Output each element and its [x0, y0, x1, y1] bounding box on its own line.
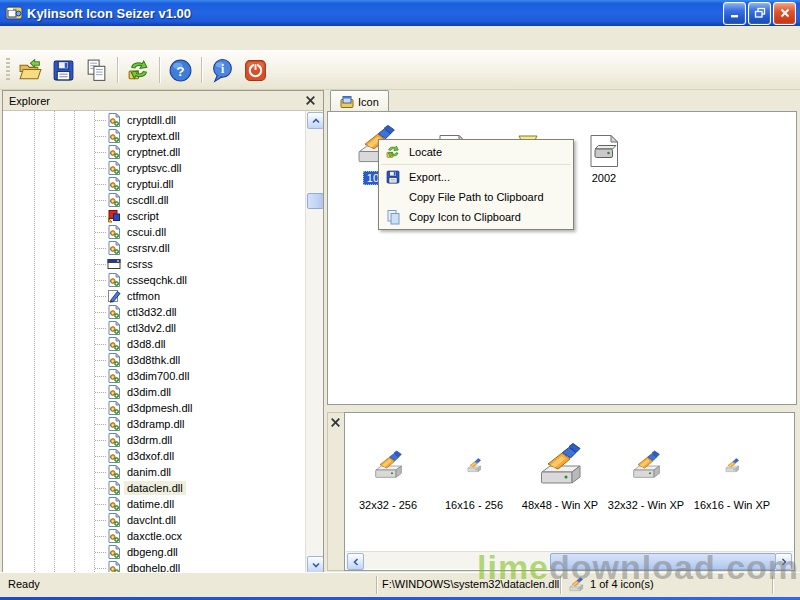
- icon-size-image-box: [630, 437, 662, 495]
- info-button[interactable]: i: [201, 57, 235, 83]
- scrollbar-thumb[interactable]: [550, 553, 776, 570]
- icon-size-image-box: [466, 437, 482, 495]
- size-48x48-winxp[interactable]: 48x48 - Win XP: [517, 437, 603, 511]
- context-item-copy-path[interactable]: Copy File Path to Clipboard: [381, 187, 571, 207]
- tree-item[interactable]: cryptnet.dll: [3, 144, 306, 160]
- tree-item[interactable]: d3drm.dll: [3, 432, 306, 448]
- locate-button[interactable]: [117, 57, 151, 83]
- dll-icon: [107, 545, 121, 559]
- tree-item[interactable]: csrss: [3, 256, 306, 272]
- icon-size-label: 16x16 - Win XP: [694, 499, 770, 511]
- tree-item[interactable]: cryptext.dll: [3, 128, 306, 144]
- tree-item[interactable]: d3dpmesh.dll: [3, 400, 306, 416]
- dll-icon: [107, 529, 121, 543]
- status-separator: [376, 576, 377, 594]
- tree-scrollbar[interactable]: [305, 111, 323, 574]
- tree-item[interactable]: cryptui.dll: [3, 176, 306, 192]
- tree-item[interactable]: daxctle.ocx: [3, 528, 306, 544]
- tree-item[interactable]: cscdll.dll: [3, 192, 306, 208]
- tree-item[interactable]: d3dramp.dll: [3, 416, 306, 432]
- icon-item-2002[interactable]: 2002: [566, 122, 642, 185]
- about-button[interactable]: [243, 58, 268, 83]
- status-icon-count: 1 of 4 icon(s): [590, 578, 654, 590]
- tree-connector: [95, 504, 106, 505]
- tree-item[interactable]: ctl3dv2.dll: [3, 320, 306, 336]
- context-item-copy-icon[interactable]: Copy Icon to Clipboard: [381, 207, 571, 227]
- size-16x16-256[interactable]: 16x16 - 256: [431, 437, 517, 511]
- tree-connector: [95, 536, 106, 537]
- toolbar-gripper[interactable]: [6, 58, 10, 82]
- tree-item[interactable]: d3dxof.dll: [3, 448, 306, 464]
- context-menu-item-label: Export...: [409, 171, 450, 183]
- file-tree: cryptdll.dll cryptext.dll cryptnet.dll c…: [3, 111, 323, 574]
- tree-item[interactable]: ctl3d32.dll: [3, 304, 306, 320]
- help-icon: ?: [168, 58, 193, 83]
- file-name: ctfmon: [124, 289, 163, 303]
- dll-icon: [107, 481, 121, 495]
- tree-item[interactable]: csseqchk.dll: [3, 272, 306, 288]
- tree-item[interactable]: d3d8.dll: [3, 336, 306, 352]
- tree-item[interactable]: datime.dll: [3, 496, 306, 512]
- dll-icon: [107, 177, 121, 191]
- context-item-export[interactable]: Export...: [381, 164, 571, 187]
- explorer-close-button[interactable]: [304, 94, 317, 107]
- tree-item[interactable]: davclnt.dll: [3, 512, 306, 528]
- dll-icon: [107, 465, 121, 479]
- save-button[interactable]: [51, 58, 76, 83]
- script-icon: [107, 209, 121, 223]
- tree-item[interactable]: cscui.dll: [3, 224, 306, 240]
- tree-item[interactable]: danim.dll: [3, 464, 306, 480]
- tree-item[interactable]: cryptsvc.dll: [3, 160, 306, 176]
- minimize-button[interactable]: [723, 2, 746, 25]
- copy-button[interactable]: [84, 58, 109, 83]
- menu-bar: [0, 26, 800, 50]
- file-name: cryptsvc.dll: [124, 161, 184, 175]
- tree-connector: [95, 136, 106, 137]
- size-32x32-256[interactable]: 32x32 - 256: [345, 437, 431, 511]
- explorer-panel: Explorer cryptdll.dll cryptext.dll: [2, 90, 324, 575]
- dll-icon: [107, 449, 121, 463]
- scroll-right-button[interactable]: [775, 553, 792, 570]
- preview-panel: 32x32 - 256 16x16 - 256 48x48 - Win XP: [344, 412, 795, 571]
- file-name: d3dramp.dll: [124, 417, 187, 431]
- close-icon: [779, 7, 791, 19]
- file-name: cscript: [124, 209, 162, 223]
- tree-item[interactable]: d3dim.dll: [3, 384, 306, 400]
- tree-item[interactable]: dbgeng.dll: [3, 544, 306, 560]
- scrollbar-thumb[interactable]: [307, 193, 323, 209]
- file-name: datime.dll: [124, 497, 177, 511]
- size-16x16-winxp[interactable]: 16x16 - Win XP: [689, 437, 775, 511]
- open-button[interactable]: [18, 58, 43, 83]
- preview-scrollbar[interactable]: [346, 551, 793, 569]
- tree-connector: [95, 408, 106, 409]
- tree-item[interactable]: d3dim700.dll: [3, 368, 306, 384]
- title-bar[interactable]: Kylinsoft Icon Seizer v1.00: [0, 0, 800, 26]
- help-button[interactable]: ?: [159, 57, 193, 83]
- tree-item[interactable]: ctfmon: [3, 288, 306, 304]
- close-button[interactable]: [773, 2, 796, 25]
- context-item-locate[interactable]: Locate: [381, 142, 571, 162]
- menu-help[interactable]: [44, 34, 64, 42]
- scroll-left-button[interactable]: [347, 553, 364, 570]
- preview-close-button[interactable]: [329, 416, 342, 429]
- tree-item[interactable]: cryptdll.dll: [3, 112, 306, 128]
- restore-button[interactable]: [748, 2, 771, 25]
- file-name: cryptnet.dll: [124, 145, 183, 159]
- scroll-down-button[interactable]: [307, 556, 323, 573]
- brush-drive-icon: [536, 442, 584, 490]
- menu-view[interactable]: [24, 34, 44, 42]
- scroll-up-button[interactable]: [307, 112, 323, 129]
- dll-icon: [107, 385, 121, 399]
- tree-connector: [95, 232, 106, 233]
- tree-item[interactable]: cscript: [3, 208, 306, 224]
- tree-item[interactable]: dataclen.dll: [3, 480, 306, 496]
- scroll-up-icon: [312, 117, 320, 125]
- tree-item[interactable]: csrsrv.dll: [3, 240, 306, 256]
- tree-item[interactable]: d3d8thk.dll: [3, 352, 306, 368]
- menu-file[interactable]: [4, 34, 24, 42]
- tree-connector: [95, 264, 106, 265]
- tab-icon-view[interactable]: Icon: [330, 90, 389, 112]
- size-32x32-winxp[interactable]: 32x32 - Win XP: [603, 437, 689, 511]
- brush-drive-icon: [466, 458, 482, 474]
- dll-icon: [107, 145, 121, 159]
